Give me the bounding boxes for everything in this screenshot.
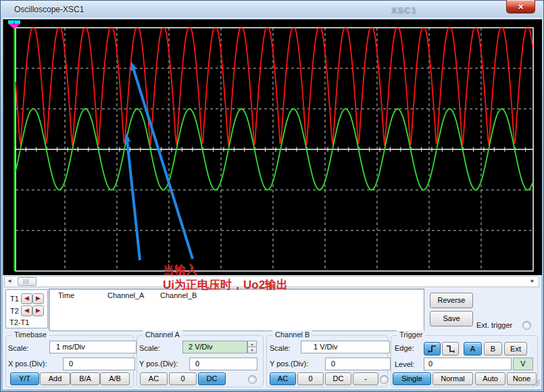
falling-edge-icon — [445, 344, 456, 353]
trigger-level-unit: V — [513, 358, 533, 370]
trigger-title: Trigger — [397, 330, 425, 339]
annotation-text-line2: Ui为正电压时，Uo2输出 — [163, 277, 288, 293]
rising-edge-icon — [427, 344, 438, 353]
trigger-auto-button[interactable]: Auto — [475, 372, 505, 385]
trigger-falling-edge-button[interactable] — [442, 342, 459, 356]
window-title: Oscilloscope-XSC1 — [14, 5, 84, 14]
channel-b-ac-button[interactable]: AC — [270, 372, 296, 385]
close-icon: ✕ — [518, 3, 524, 11]
trigger-level-input[interactable]: 0 — [424, 358, 512, 370]
t2-label: T2 — [10, 307, 19, 315]
save-button[interactable]: Save — [430, 311, 473, 326]
left-arrow-icon: ◀ — [24, 307, 29, 314]
t2-left-button[interactable]: ◀ — [21, 305, 32, 316]
channel-b-scale-label: Scale: — [270, 344, 291, 352]
timebase-xpos-label: X pos.(Div): — [8, 360, 47, 368]
trigger-source-b-button[interactable]: B — [484, 342, 502, 356]
timebase-ab-button[interactable]: A/B — [100, 372, 130, 385]
scroll-left-arrow-icon[interactable]: ◂ — [5, 276, 14, 285]
channel-a-ypos-label: Y pos.(Div): — [139, 360, 178, 368]
channel-a-zero-button[interactable]: 0 — [169, 372, 197, 385]
channel-a-radio[interactable] — [248, 375, 257, 384]
channel-b-radio[interactable] — [380, 375, 389, 384]
channel-a-scale-label: Scale: — [139, 344, 160, 352]
timebase-scale-input[interactable]: 1 ms/Div — [49, 341, 137, 353]
scroll-thumb[interactable] — [18, 277, 36, 286]
resize-grip[interactable] — [532, 378, 540, 386]
ext-trigger-label: Ext. trigger — [476, 321, 512, 329]
background-watermark: XSC1 — [391, 5, 417, 16]
scroll-right-arrow-icon[interactable]: ▸ — [528, 276, 537, 285]
channel-b-title: Channel B — [272, 330, 312, 339]
trigger-level-label: Level: — [395, 360, 414, 368]
annotation-text-line1: 当输入 — [163, 262, 197, 278]
timebase-yt-button[interactable]: Y/T — [10, 372, 39, 385]
channel-b-ypos-input[interactable]: 0 — [325, 358, 391, 370]
reverse-button[interactable]: Reverse — [430, 293, 473, 308]
timebase-xpos-input[interactable]: 0 — [63, 358, 135, 370]
channel-b-scale-input[interactable]: 1 V/Div — [301, 341, 390, 353]
ext-trigger-radio[interactable] — [522, 321, 531, 330]
channel-a-scale-spinner[interactable]: ▲ ▼ — [247, 341, 257, 353]
right-arrow-icon: ▶ — [36, 295, 41, 301]
trigger-edge-label: Edge: — [395, 344, 414, 352]
channel-a-ac-button[interactable]: AC — [140, 372, 168, 385]
channel-a-dc-button[interactable]: DC — [198, 372, 226, 385]
readout-display: Time Channel_A Channel_B — [49, 289, 424, 331]
close-button[interactable]: ✕ — [506, 0, 535, 14]
trigger-normal-button[interactable]: Normal — [432, 372, 473, 385]
timebase-ba-button[interactable]: B/A — [70, 372, 100, 385]
channel-b-dc-button[interactable]: DC — [325, 372, 351, 385]
right-arrow-icon: ▶ — [36, 307, 41, 314]
t1-label: T1 — [10, 295, 19, 303]
channel-a-ypos-input[interactable]: 0 — [189, 358, 257, 370]
trigger-single-button[interactable]: Single — [393, 372, 431, 385]
timebase-scale-label: Scale: — [8, 344, 29, 352]
channel-b-zero-button[interactable]: 0 — [297, 372, 324, 385]
channel-a-title: Channel A — [143, 330, 182, 339]
readout-col-channel-a: Channel_A — [107, 291, 144, 299]
scope-display: 1 — [3, 19, 542, 275]
scope-screen-svg: 1 — [3, 20, 542, 275]
spinner-down-icon[interactable]: ▼ — [247, 347, 257, 353]
timebase-title: Timebase — [11, 330, 49, 339]
title-bar[interactable]: Oscilloscope-XSC1 XSC1 — [1, 1, 542, 18]
left-arrow-icon: ◀ — [24, 295, 29, 301]
channel-b-minus-button[interactable]: - — [353, 372, 378, 385]
t2-right-button[interactable]: ▶ — [32, 305, 44, 316]
t1-left-button[interactable]: ◀ — [21, 293, 32, 304]
t2-t1-label: T2-T1 — [9, 318, 29, 326]
cursor-panel: T1 ◀ ▶ T2 ◀ ▶ T2-T1 — [5, 289, 48, 328]
t1-right-button[interactable]: ▶ — [32, 293, 44, 304]
readout-col-time: Time — [58, 291, 74, 299]
trigger-ext-button[interactable]: Ext — [504, 342, 527, 356]
channel-b-ypos-label: Y pos.(Div): — [270, 360, 308, 368]
oscilloscope-window: { "window": { "title": "Oscilloscope-XSC… — [0, 0, 544, 392]
trigger-source-a-button[interactable]: A — [464, 342, 482, 356]
thumb-grip — [24, 279, 30, 284]
trigger-rising-edge-button[interactable] — [424, 342, 441, 356]
channel-a-scale-input[interactable]: 2 V/Div — [182, 341, 247, 353]
timebase-add-button[interactable]: Add — [40, 372, 70, 385]
